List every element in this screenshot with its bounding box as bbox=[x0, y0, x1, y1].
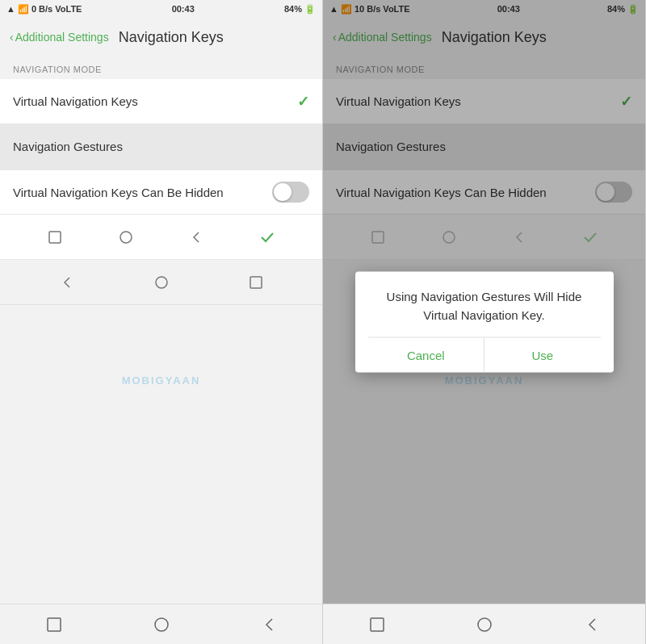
dialog-message: Using Navigation Gestures Will Hide Virt… bbox=[368, 288, 601, 337]
right-phone-panel: ▲ 📶 10 B/s VoLTE 00:43 84% 🔋 ‹ Additiona… bbox=[323, 0, 646, 644]
left-phone-panel: ▲ 📶 0 B/s VoLTE 00:43 84% 🔋 ‹ Additional… bbox=[0, 0, 323, 644]
watermark-left: MOBIGYAAN bbox=[122, 374, 201, 387]
left-virtual-nav-keys-item[interactable]: Virtual Navigation Keys ✓ bbox=[0, 79, 322, 124]
battery-percent: 84% bbox=[284, 4, 302, 14]
dialog-box: Using Navigation Gestures Will Hide Virt… bbox=[355, 272, 614, 373]
left-bottom-square-icon[interactable] bbox=[45, 616, 63, 634]
svg-point-5 bbox=[155, 618, 168, 631]
left-back-label: Additional Settings bbox=[15, 31, 109, 44]
left-check-icon bbox=[258, 228, 277, 247]
svg-rect-3 bbox=[250, 277, 262, 288]
left-chevron-icon: ‹ bbox=[10, 31, 14, 44]
left-bottom-nav bbox=[0, 604, 322, 644]
dialog-cancel-button[interactable]: Cancel bbox=[368, 338, 485, 373]
left-nav-bar: ‹ Additional Settings Navigation Keys bbox=[0, 18, 322, 56]
battery-icon: 🔋 bbox=[304, 4, 316, 15]
left-page-title: Navigation Keys bbox=[119, 29, 224, 46]
left-square-icon bbox=[45, 228, 65, 247]
left-back-triangle2-icon bbox=[57, 273, 77, 292]
left-status-bar: ▲ 📶 0 B/s VoLTE 00:43 84% 🔋 bbox=[0, 0, 322, 18]
left-back-button[interactable]: ‹ Additional Settings bbox=[10, 31, 109, 44]
left-nav-gestures-label: Navigation Gestures bbox=[13, 140, 123, 153]
svg-rect-8 bbox=[371, 618, 384, 631]
left-virtual-nav-keys-label: Virtual Navigation Keys bbox=[13, 94, 138, 108]
left-back-triangle-icon bbox=[187, 228, 206, 247]
left-toggle-switch[interactable] bbox=[272, 182, 309, 203]
left-nav-gestures-item[interactable]: Navigation Gestures bbox=[0, 124, 322, 169]
right-bottom-nav bbox=[323, 604, 645, 644]
svg-point-2 bbox=[156, 277, 167, 288]
left-nav-icons-row2 bbox=[0, 260, 322, 305]
dialog-use-button[interactable]: Use bbox=[484, 338, 601, 373]
data-speed: 0 B/s VoLTE bbox=[31, 4, 82, 14]
left-circle-icon bbox=[116, 228, 136, 247]
svg-point-9 bbox=[478, 618, 491, 631]
left-square2-icon bbox=[246, 273, 266, 292]
right-bottom-square-icon[interactable] bbox=[368, 616, 386, 634]
wifi-icon: 📶 bbox=[18, 4, 29, 15]
left-selected-check-icon: ✓ bbox=[297, 93, 309, 111]
left-status-right: 84% 🔋 bbox=[284, 4, 316, 15]
left-section-label: NAVIGATION MODE bbox=[0, 56, 322, 79]
left-status-time: 00:43 bbox=[172, 4, 195, 14]
left-nav-icons-row1 bbox=[0, 215, 322, 260]
svg-rect-4 bbox=[48, 618, 61, 631]
right-bottom-back-icon[interactable] bbox=[583, 616, 601, 634]
left-bottom-back-icon[interactable] bbox=[260, 616, 278, 634]
right-bottom-circle-icon[interactable] bbox=[476, 616, 493, 634]
left-spacer: MOBIGYAAN bbox=[0, 305, 322, 644]
left-toggle-knob bbox=[274, 183, 292, 201]
left-toggle-label: Virtual Navigation Keys Can Be Hidden bbox=[13, 186, 224, 199]
svg-rect-0 bbox=[49, 232, 61, 243]
signal-icon: ▲ bbox=[6, 4, 15, 14]
svg-point-1 bbox=[120, 232, 132, 243]
left-bottom-circle-icon[interactable] bbox=[153, 616, 170, 634]
dialog-buttons: Cancel Use bbox=[368, 337, 601, 373]
left-status-left: ▲ 📶 0 B/s VoLTE bbox=[6, 4, 82, 15]
left-toggle-item: Virtual Navigation Keys Can Be Hidden bbox=[0, 169, 322, 215]
left-circle2-icon bbox=[152, 273, 171, 292]
